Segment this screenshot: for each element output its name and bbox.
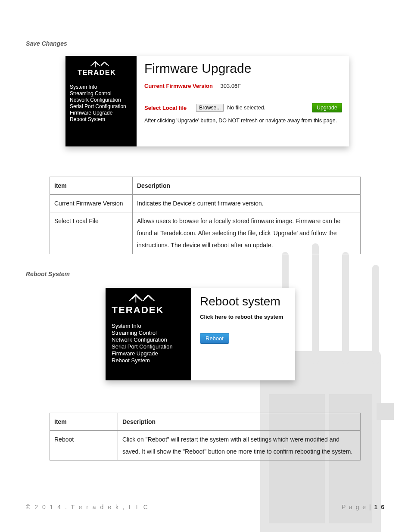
select-file-label: Select Local file [144, 105, 187, 111]
page-title: Firmware Upgrade [144, 61, 343, 76]
svg-rect-6 [372, 265, 379, 364]
firmware-main-pane: Firmware Upgrade Current Firmware Versio… [137, 56, 349, 146]
table-row: Reboot Click on "Reboot" will restart th… [50, 431, 361, 460]
sidebar: TERADEK System Info Streaming Control Ne… [106, 288, 191, 380]
sidebar-item-system-info[interactable]: System Info [70, 84, 132, 90]
sidebar-item-serial-port-configuration[interactable]: Serial Port Configuration [112, 343, 187, 350]
current-firmware-label: Current Firmware Version [144, 83, 213, 89]
svg-rect-4 [312, 243, 319, 364]
table-cell-description: Allows users to browse for a locally sto… [133, 212, 361, 254]
table-header-description: Description [118, 413, 361, 431]
teradek-logo: TERADEK [70, 59, 132, 79]
reboot-button[interactable]: Reboot [200, 333, 229, 344]
reboot-main-pane: Reboot system Click here to reboot the s… [191, 288, 295, 380]
page-title: Reboot system [200, 295, 286, 308]
table-header-description: Description [133, 177, 361, 195]
table-cell-item: Current Firmware Version [50, 195, 133, 212]
select-file-row: Select Local file Browse... No file sele… [144, 103, 343, 112]
table-cell-description: Click on "Reboot" will restart the syste… [118, 431, 361, 460]
sidebar-item-streaming-control[interactable]: Streaming Control [112, 330, 187, 336]
no-file-selected-text: No file selected. [227, 105, 265, 111]
table-header-item: Item [50, 177, 133, 195]
footer-page-number: 1 6 [374, 504, 385, 510]
sidebar: TERADEK System Info Streaming Control Ne… [65, 56, 137, 146]
teradek-logo: TERADEK [112, 292, 187, 317]
svg-rect-5 [342, 252, 349, 364]
reboot-description-table: Item Description Reboot Click on "Reboot… [50, 413, 361, 460]
sidebar-item-firmware-upgrade[interactable]: Firmware Upgrade [112, 350, 187, 357]
sidebar-item-reboot-system[interactable]: Reboot System [70, 116, 132, 122]
browse-button[interactable]: Browse... [196, 104, 224, 112]
svg-text:TERADEK: TERADEK [112, 305, 164, 315]
current-firmware-value: 303.06F [221, 83, 241, 89]
footer-page-label: P a g e | [342, 504, 374, 510]
table-header-row: Item Description [50, 177, 361, 195]
sidebar-item-serial-port-configuration[interactable]: Serial Port Configuration [70, 103, 132, 109]
table-header-row: Item Description [50, 413, 361, 431]
background-device-illustration [243, 239, 411, 532]
sidebar-item-reboot-system[interactable]: Reboot System [112, 357, 187, 364]
table-header-item: Item [50, 413, 118, 431]
table-cell-item: Reboot [50, 431, 118, 460]
sidebar-item-firmware-upgrade[interactable]: Firmware Upgrade [70, 110, 132, 116]
sidebar-item-system-info[interactable]: System Info [112, 323, 187, 329]
table-cell-description: Indicates the Device's current firmware … [133, 195, 361, 212]
upgrade-warning-note: After clicking 'Upgrade' button, DO NOT … [144, 118, 343, 124]
current-firmware-row: Current Firmware Version 303.06F [144, 83, 343, 89]
footer-page: P a g e | 1 6 [342, 504, 385, 510]
section-heading-save-changes: Save Changes [26, 40, 67, 47]
sidebar-item-streaming-control[interactable]: Streaming Control [70, 90, 132, 96]
page-footer: © 2 0 1 4 . T e r a d e k , L L C P a g … [26, 504, 385, 510]
section-heading-reboot-system: Reboot System [26, 271, 70, 277]
document-page: Save Changes TERADEK System Info Streami… [0, 0, 411, 532]
table-row: Select Local File Allows users to browse… [50, 212, 361, 254]
screenshot-firmware-upgrade: TERADEK System Info Streaming Control Ne… [65, 56, 349, 146]
table-row: Current Firmware Version Indicates the D… [50, 195, 361, 212]
footer-copyright: © 2 0 1 4 . T e r a d e k , L L C [26, 504, 149, 510]
reboot-subtitle: Click here to reboot the system [200, 314, 286, 320]
firmware-description-table: Item Description Current Firmware Versio… [50, 177, 361, 254]
sidebar-item-network-configuration[interactable]: Network Configuration [112, 336, 187, 343]
table-cell-item: Select Local File [50, 212, 133, 254]
upgrade-button[interactable]: Upgrade [312, 103, 342, 112]
sidebar-item-network-configuration[interactable]: Network Configuration [70, 97, 132, 103]
svg-rect-7 [377, 403, 394, 420]
svg-text:TERADEK: TERADEK [78, 68, 116, 76]
screenshot-reboot-system: TERADEK System Info Streaming Control Ne… [106, 288, 295, 380]
